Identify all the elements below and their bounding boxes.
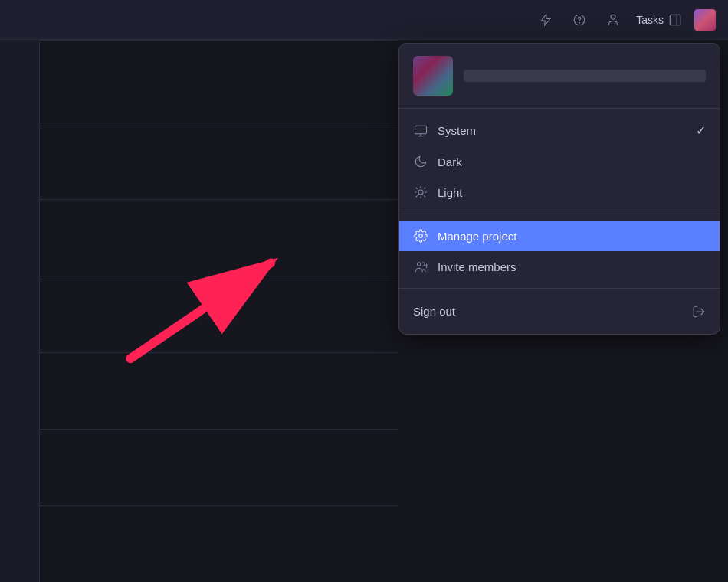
theme-dark-item[interactable]: Dark <box>399 146 720 177</box>
tasks-button[interactable]: Tasks <box>636 13 682 27</box>
sign-out-item[interactable]: Sign out <box>399 293 720 329</box>
bg-line-7 <box>0 505 398 506</box>
system-theme-icon <box>413 124 428 138</box>
system-theme-label: System <box>438 124 687 137</box>
lightning-svg <box>539 13 553 27</box>
background-lines <box>0 0 398 582</box>
sign-out-icon <box>692 303 706 319</box>
account-icon[interactable] <box>602 9 624 31</box>
project-section: Manage project Invite members <box>399 214 720 289</box>
profile-info-placeholder <box>464 70 706 82</box>
manage-project-item[interactable]: Manage project <box>399 221 720 251</box>
bg-line-1 <box>0 40 398 41</box>
bg-line-3 <box>0 199 398 200</box>
dark-theme-icon <box>413 155 428 168</box>
sign-out-label: Sign out <box>413 305 455 318</box>
sidebar-panel <box>0 40 40 582</box>
account-svg <box>606 13 620 27</box>
theme-section: System ✓ Dark Light <box>399 109 720 214</box>
lightning-icon[interactable] <box>535 9 556 31</box>
user-avatar[interactable] <box>694 9 716 31</box>
manage-project-label: Manage project <box>438 230 706 243</box>
monitor-svg <box>414 124 428 138</box>
help-icon[interactable] <box>569 9 590 31</box>
moon-svg <box>414 155 428 168</box>
sun-svg <box>414 185 428 199</box>
bg-line-6 <box>0 429 398 430</box>
invite-members-icon <box>413 260 428 273</box>
logout-svg <box>692 305 706 319</box>
gear-svg <box>414 229 428 243</box>
theme-light-item[interactable]: Light <box>399 177 720 208</box>
bg-line-5 <box>0 352 398 353</box>
theme-system-item[interactable]: System ✓ <box>399 115 720 146</box>
dropdown-profile-section <box>399 44 720 109</box>
bg-line-4 <box>0 276 398 276</box>
svg-rect-2 <box>670 15 680 25</box>
user-dropdown-menu: System ✓ Dark Light <box>398 43 720 335</box>
svg-point-1 <box>579 22 580 23</box>
bg-line-2 <box>0 123 398 123</box>
invite-members-item[interactable]: Invite members <box>399 251 720 282</box>
header: Tasks <box>0 0 728 40</box>
svg-rect-4 <box>415 126 427 134</box>
manage-project-icon <box>413 229 428 243</box>
sidebar-toggle-icon <box>668 13 682 27</box>
dark-theme-label: Dark <box>438 155 706 168</box>
invite-members-label: Invite members <box>438 260 706 273</box>
svg-point-5 <box>418 190 423 195</box>
light-theme-label: Light <box>438 186 706 199</box>
svg-point-6 <box>419 234 423 238</box>
svg-point-7 <box>418 263 421 266</box>
help-svg <box>572 13 586 27</box>
system-theme-checkmark: ✓ <box>696 123 706 138</box>
person-plus-svg <box>414 260 428 273</box>
light-theme-icon <box>413 185 428 199</box>
signout-section: Sign out <box>399 289 720 334</box>
profile-avatar <box>413 56 453 96</box>
tasks-label: Tasks <box>636 14 664 26</box>
